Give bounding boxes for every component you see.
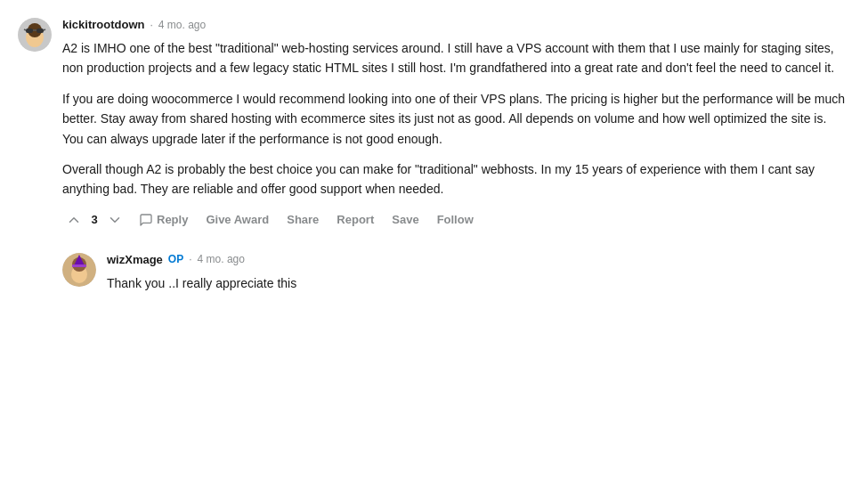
avatar-kickitrootdown <box>18 18 52 52</box>
comment-1-para-3: Overall though A2 is probably the best c… <box>62 159 850 199</box>
comment-1-timestamp: 4 mo. ago <box>158 19 206 31</box>
share-label: Share <box>287 213 319 226</box>
svg-rect-12 <box>72 264 86 267</box>
comment-1-meta: kickitrootdown · 4 mo. ago <box>62 18 850 31</box>
comment-1-para-2: If you are doing woocommerce I would rec… <box>62 89 850 149</box>
comment-1-text: A2 is IMHO one of the best "traditional"… <box>62 38 850 199</box>
report-button[interactable]: Report <box>331 209 379 230</box>
vote-area: 3 <box>62 208 126 232</box>
comment-1-action-bar: 3 Reply Give Award <box>62 208 850 232</box>
comment-2-para-1: Thank you ..I really appreciate this <box>107 273 850 293</box>
svg-rect-3 <box>26 28 33 33</box>
share-button[interactable]: Share <box>281 209 324 230</box>
save-button[interactable]: Save <box>386 209 424 230</box>
comment-2-timestamp: 4 mo. ago <box>198 253 245 265</box>
comment-2-body: wizXmage OP · 4 mo. ago Thank you ..I re… <box>107 253 850 302</box>
downvote-button[interactable] <box>103 208 126 232</box>
svg-line-7 <box>44 29 45 30</box>
comment-1: kickitrootdown · 4 mo. ago A2 is IMHO on… <box>18 18 850 232</box>
comment-2: wizXmage OP · 4 mo. ago Thank you ..I re… <box>62 253 850 302</box>
comment-2-text: Thank you ..I really appreciate this <box>107 273 850 293</box>
vote-count: 3 <box>89 213 100 226</box>
comment-1-para-1: A2 is IMHO one of the best "traditional"… <box>62 38 850 78</box>
comment-1-username[interactable]: kickitrootdown <box>62 18 144 31</box>
op-badge: OP <box>168 253 183 265</box>
comment-2-username[interactable]: wizXmage <box>107 253 163 266</box>
svg-line-6 <box>24 29 26 30</box>
page: kickitrootdown · 4 mo. ago A2 is IMHO on… <box>0 0 868 488</box>
comment-2-meta: wizXmage OP · 4 mo. ago <box>107 253 850 266</box>
save-label: Save <box>392 213 418 226</box>
comment-1-body: kickitrootdown · 4 mo. ago A2 is IMHO on… <box>62 18 850 232</box>
reply-button[interactable]: Reply <box>134 209 193 231</box>
report-label: Report <box>337 213 374 226</box>
upvote-button[interactable] <box>62 208 85 232</box>
comment-2-dot: · <box>189 253 191 265</box>
give-award-button[interactable]: Give Award <box>200 209 274 230</box>
avatar-wizxmage <box>62 253 96 287</box>
reply-label: Reply <box>157 213 188 226</box>
follow-label: Follow <box>437 213 474 226</box>
svg-rect-4 <box>37 28 44 33</box>
comment-1-dot: · <box>150 19 152 31</box>
follow-button[interactable]: Follow <box>432 209 479 230</box>
give-award-label: Give Award <box>206 213 269 226</box>
